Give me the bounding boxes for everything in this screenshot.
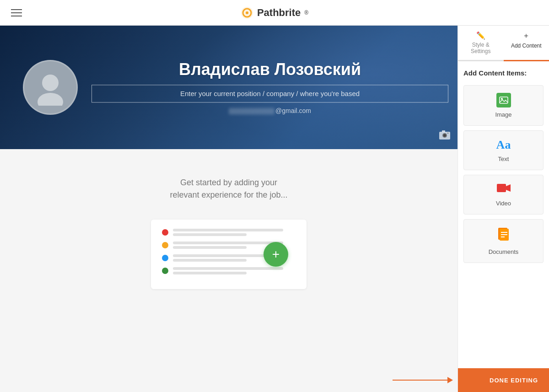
tab-add-label: Add Content — [511, 43, 542, 49]
top-nav: Pathbrite® — [0, 0, 549, 26]
done-editing-arrow — [393, 377, 453, 383]
right-sidebar: ✏️ Style & Settings ＋ Add Content Add Co… — [458, 26, 549, 392]
illus-dot-red — [162, 229, 168, 236]
hamburger-menu[interactable] — [11, 9, 22, 16]
logo-icon — [241, 6, 253, 19]
illus-row-4 — [162, 267, 296, 274]
content-item-image[interactable]: Image — [463, 85, 544, 126]
text-label: Text — [498, 156, 509, 162]
content-item-text[interactable]: Aa Text — [463, 130, 544, 170]
main-layout: Владислав Лозовский Enter your current p… — [0, 26, 549, 392]
email-suffix: @gmail.com — [275, 107, 311, 114]
illus-lines-4 — [173, 267, 296, 274]
content-item-documents[interactable]: Documents — [463, 219, 544, 263]
camera-button[interactable] — [438, 128, 451, 143]
illus-dot-blue — [162, 255, 168, 261]
profile-position[interactable]: Enter your current position / company / … — [92, 85, 448, 102]
done-editing-label: DONE EDITING — [490, 377, 538, 384]
svg-rect-10 — [500, 97, 508, 103]
svg-point-9 — [447, 133, 449, 134]
svg-point-7 — [443, 134, 446, 137]
content-body: Get started by adding yourrelevant exper… — [0, 149, 458, 392]
illus-dot-green — [162, 268, 168, 274]
svg-rect-12 — [497, 184, 506, 192]
logo-reg: ® — [304, 10, 308, 16]
done-editing-bar[interactable]: DONE EDITING — [458, 368, 549, 392]
logo: Pathbrite® — [241, 6, 308, 19]
email-blurred-part — [229, 108, 274, 115]
profile-email: @gmail.com — [92, 107, 448, 114]
arrow-line — [393, 380, 447, 381]
illus-line — [173, 267, 283, 270]
arrow-head — [447, 377, 453, 383]
camera-icon — [438, 128, 451, 141]
sidebar-tabs: ✏️ Style & Settings ＋ Add Content — [458, 26, 549, 61]
video-label: Video — [496, 200, 511, 207]
illus-line — [173, 259, 247, 262]
illus-dot-orange — [162, 242, 168, 248]
content-item-video[interactable]: Video — [463, 175, 544, 215]
content-area: Владислав Лозовский Enter your current p… — [0, 26, 458, 392]
svg-rect-8 — [442, 130, 445, 132]
illus-line — [173, 246, 247, 249]
svg-point-3 — [42, 75, 59, 91]
avatar-icon — [32, 69, 69, 106]
empty-state-text: Get started by adding yourrelevant exper… — [170, 177, 287, 201]
illus-row-1 — [162, 229, 296, 236]
avatar — [23, 60, 78, 115]
add-content-circle-button[interactable]: + — [264, 242, 288, 267]
tab-style-label: Style & Settings — [462, 42, 500, 54]
svg-point-4 — [38, 93, 63, 106]
illus-lines-1 — [173, 229, 296, 236]
sidebar-content: Add Content Items: Image Aa Text — [458, 61, 549, 368]
profile-info: Владислав Лозовский Enter your current p… — [92, 60, 448, 114]
illus-line — [173, 233, 247, 236]
add-content-title: Add Content Items: — [463, 69, 544, 78]
avatar-container — [23, 60, 78, 115]
documents-icon — [497, 227, 510, 245]
profile-name: Владислав Лозовский — [92, 60, 448, 79]
svg-point-2 — [246, 11, 248, 14]
text-icon: Aa — [496, 138, 511, 152]
logo-text: Pathbrite — [257, 7, 301, 19]
svg-marker-13 — [506, 184, 511, 192]
illus-line — [173, 272, 247, 274]
image-icon — [496, 93, 511, 107]
tab-add-content[interactable]: ＋ Add Content — [504, 26, 549, 61]
pencil-icon: ✏️ — [476, 31, 485, 40]
plus-icon: ＋ — [522, 31, 530, 41]
video-icon — [496, 183, 511, 196]
tab-style-settings[interactable]: ✏️ Style & Settings — [458, 26, 504, 61]
illustration-card: + — [151, 220, 307, 289]
image-label: Image — [495, 111, 511, 118]
illus-line — [173, 229, 283, 231]
profile-hero: Владислав Лозовский Enter your current p… — [0, 26, 458, 149]
illus-line — [173, 242, 283, 244]
documents-label: Documents — [489, 248, 519, 255]
